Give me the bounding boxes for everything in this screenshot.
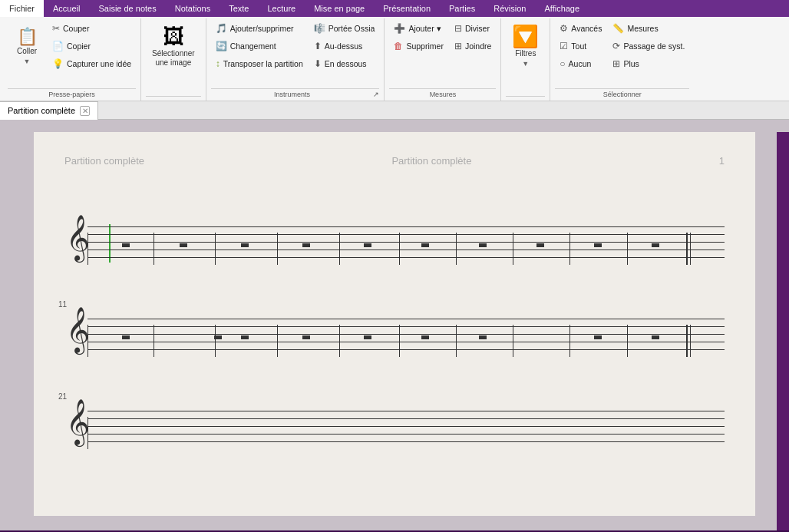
ribbon: 📋 Coller ▼ ✂ Couper 📄 Copier 💡 Capturer … [0,17,789,101]
menu-accueil[interactable]: Accueil [44,0,89,17]
doc-tab-partition[interactable]: Partition complète ✕ [0,101,98,120]
group-presse-papiers: 📋 Coller ▼ ✂ Couper 📄 Copier 💡 Capturer … [3,18,141,101]
selectionner-col2: 📏 Mesures ⟳ Passage de syst. ⊞ Plus [608,20,689,72]
doc-tab-close[interactable]: ✕ [80,106,90,116]
group-mesures-content: ➕ Ajouter ▾ 🗑 Supprimer ⊟ Diviser ⊞ Join… [389,20,496,88]
ossia-icon: 🎼 [314,23,325,34]
staff-line-2-2 [87,326,725,327]
copy-icon: 📄 [52,41,64,51]
barline-2-end [686,325,688,357]
avances-button[interactable]: ⚙ Avancés [555,20,606,37]
menu-presentation[interactable]: Présentation [374,0,440,17]
coller-label: Coller [17,47,37,56]
copier-button[interactable]: 📄 Copier [48,38,136,55]
coller-button[interactable]: 📋 Coller ▼ [8,20,46,74]
rest-1-1 [122,243,130,247]
more-icon: ⊞ [612,58,620,69]
rest-1-9 [594,243,602,247]
joindre-button[interactable]: ⊞ Joindre [450,38,496,55]
barline-1-9 [627,233,628,265]
mesures-sel-label: Mesures [627,24,658,33]
add-remove-icon: 🎵 [216,23,227,34]
presse-papiers-col: ✂ Couper 📄 Copier 💡 Capturer une idée [48,20,136,72]
group-selectionner: ⚙ Avancés ☑ Tout ○ Aucun 📏 Mesures [550,18,694,101]
en-dessous-button[interactable]: ⬇ En dessous [309,55,380,72]
capturer-button[interactable]: 💡 Capturer une idée [48,55,136,72]
delete-icon: 🗑 [394,41,403,51]
staff-line-3-1 [87,411,725,411]
staff-line-1-2 [87,234,725,235]
menu-texte[interactable]: Texte [220,0,258,17]
staff-lines-1 [87,226,725,259]
supprimer-button[interactable]: 🗑 Supprimer [389,38,447,55]
barline-2-end2 [690,325,691,357]
filtres-group-label [506,96,545,101]
rest-1-6 [421,243,429,247]
rest-2-9 [652,335,659,339]
group-presse-papiers-content: 📋 Coller ▼ ✂ Couper 📄 Copier 💡 Capturer … [8,20,136,88]
staff-line-2-4 [87,342,725,342]
plus-button[interactable]: ⊞ Plus [608,55,689,72]
diviser-button[interactable]: ⊟ Diviser [450,20,496,37]
selectionner-label: Sélectionner [555,88,689,101]
score-area[interactable]: Partition complète Partition complète 1 … [0,120,789,530]
menu-saisie-notes[interactable]: Saisie de notes [89,0,165,17]
staff-line-3-4 [87,434,725,435]
menu-revision[interactable]: Révision [484,0,535,17]
rest-2-6 [421,335,429,339]
barline-1-end2 [690,233,691,265]
menu-parties[interactable]: Parties [440,0,484,17]
aucun-button[interactable]: ○ Aucun [555,55,606,72]
staff-lines-3 [87,411,725,443]
group-selectionner-content: ⚙ Avancés ☑ Tout ○ Aucun 📏 Mesures [555,20,689,88]
barline-2-3 [277,325,278,357]
menu-lecture[interactable]: Lecture [258,0,305,17]
ajouter-mesure-label: Ajouter ▾ [408,24,441,33]
portee-ossia-label: Portée Ossia [328,24,375,33]
portee-ossia-button[interactable]: 🎼 Portée Ossia [309,20,380,37]
paste-icon: 📋 [17,28,38,45]
rest-1-7 [479,243,487,247]
treble-clef-1: 𝄞 [66,217,90,257]
filtres-button[interactable]: 🔽 Filtres ▼ [506,20,545,74]
au-dessus-button[interactable]: ⬆ Au-dessus [309,38,380,55]
select-image-label: Sélectionnerune image [152,49,195,68]
mesures-sel-button[interactable]: 📏 Mesures [608,20,689,37]
rest-1-8 [536,243,544,247]
supprimer-label: Supprimer [406,41,443,51]
treble-clef-3: 𝄞 [66,401,90,441]
tout-label: Tout [571,41,586,51]
instruments-expand-icon[interactable]: ↗ [373,91,379,98]
menu-affichage[interactable]: Affichage [535,0,589,17]
filter-icon: 🔽 [512,26,539,48]
rest-2-3 [241,335,249,339]
select-image-button[interactable]: 🖼 Sélectionnerune image [146,20,201,74]
menu-bar: Fichier Accueil Saisie de notes Notation… [0,0,789,17]
barline-2-4 [339,325,340,357]
staff-lines-2 [87,319,725,351]
changement-label: Changement [230,41,276,51]
score-title-row: Partition complète Partition complète 1 [64,147,725,174]
group-instruments-content: 🎵 Ajouter/supprimer 🔄 Changement ↕ Trans… [211,20,380,88]
score-scroll-container[interactable]: Partition complète Partition complète 1 … [0,132,789,530]
en-dessous-label: En dessous [325,59,367,68]
transposer-button[interactable]: ↕ Transposer la partition [211,55,308,72]
menu-mise-en-page[interactable]: Mise en page [305,0,374,17]
tout-button[interactable]: ☑ Tout [555,38,606,55]
staff-container-1: 𝄞 [64,220,725,266]
presse-papiers-label: Presse-papiers [8,88,136,101]
staff-line-2-5 [87,349,725,350]
barline-2-9 [627,325,628,357]
staff-line-1-5 [87,257,725,258]
menu-fichier[interactable]: Fichier [0,0,44,17]
ajouter-mesure-button[interactable]: ➕ Ajouter ▾ [389,20,447,37]
menu-notations[interactable]: Notations [166,0,220,17]
changement-button[interactable]: 🔄 Changement [211,38,308,55]
rest-2-8 [594,335,602,339]
ajouter-supprimer-button[interactable]: 🎵 Ajouter/supprimer [211,20,308,37]
barline-1-2 [215,233,216,265]
couper-label: Couper [63,24,89,33]
passage-syst-button[interactable]: ⟳ Passage de syst. [608,38,689,55]
couper-button[interactable]: ✂ Couper [48,20,136,37]
score-page: Partition complète Partition complète 1 … [34,132,755,516]
